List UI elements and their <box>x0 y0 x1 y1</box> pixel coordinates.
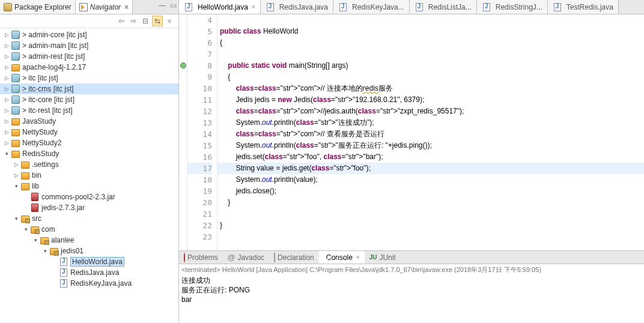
tree-node[interactable]: ▷JavaStudy <box>0 116 178 127</box>
close-icon[interactable]: × <box>252 4 255 10</box>
editor-tab[interactable]: RedisListJa... <box>410 0 477 14</box>
tree-node[interactable]: ▷> admin-main [itc jst] <box>0 40 178 51</box>
run-marker-icon[interactable] <box>180 62 186 68</box>
code-line[interactable] <box>217 208 644 220</box>
expand-closed-icon[interactable]: ▷ <box>2 31 11 39</box>
editor-tab[interactable]: HelloWorld.java× <box>179 0 261 14</box>
code-line[interactable]: jedis.close(); <box>217 186 644 197</box>
expand-closed-icon[interactable]: ▷ <box>2 41 11 50</box>
tree-node[interactable]: RedisJava.java <box>0 267 178 278</box>
collapse-all-button[interactable]: ⊟ <box>140 16 151 26</box>
tree-node[interactable]: commons-pool2-2.3.jar <box>0 192 178 202</box>
expand-none[interactable] <box>50 268 59 277</box>
back-button[interactable]: ⇦ <box>116 16 127 26</box>
tree-label: lib <box>32 182 39 190</box>
code-line[interactable]: } <box>217 220 644 231</box>
code-line[interactable]: String value = jedis.get(class="str">"fo… <box>217 163 644 174</box>
tree-node[interactable]: ▷> itc-core [itc jst] <box>0 94 178 105</box>
code-line[interactable]: public class HelloWorld <box>217 26 644 37</box>
tree-node[interactable]: ▷.settings <box>0 159 178 170</box>
editor-tab[interactable]: RedisJava.java <box>261 0 333 14</box>
editor-tab[interactable]: RedisStringJ... <box>477 0 548 14</box>
bottom-tab-junit[interactable]: JUJUnit <box>365 251 401 264</box>
expand-closed-icon[interactable]: ▷ <box>2 52 11 61</box>
editor-tab[interactable]: TestRedis.java <box>548 0 619 14</box>
code-line[interactable]: System.out.println(class="str">"连接成功"); <box>217 117 644 128</box>
tree-node[interactable]: ▷> admin-core [itc jst] <box>0 29 178 40</box>
expand-closed-icon[interactable]: ▷ <box>2 128 11 136</box>
code-line[interactable]: jedis.set(class="str">"foo", class="str"… <box>217 151 644 163</box>
expand-none[interactable] <box>22 204 30 212</box>
tree-node[interactable]: RedisKeyJava.java <box>0 278 178 289</box>
expand-closed-icon[interactable]: ▷ <box>2 95 11 104</box>
code-line[interactable]: class=class="str">"com">//jedis.auth(cla… <box>217 106 644 117</box>
expand-closed-icon[interactable]: ▷ <box>2 74 11 82</box>
tree-node[interactable]: ▾lib <box>0 181 178 192</box>
expand-closed-icon[interactable]: ▷ <box>12 160 20 169</box>
line-number: 15 <box>187 140 212 151</box>
tree-node[interactable]: ▷> itc [itc jst] <box>0 73 178 83</box>
code-line[interactable]: } <box>217 197 644 208</box>
tree-node[interactable]: ▷bin <box>0 170 178 181</box>
expand-closed-icon[interactable]: ▷ <box>2 85 11 93</box>
editor-tab[interactable]: RedisKeyJava... <box>333 0 410 14</box>
code-line[interactable]: { <box>217 71 644 83</box>
maximize-view-button[interactable]: ▭ <box>168 0 178 11</box>
tree-node[interactable]: ▾com <box>0 224 178 235</box>
expand-none[interactable] <box>50 279 59 288</box>
expand-open-icon[interactable]: ▾ <box>41 247 49 255</box>
link-editor-button[interactable]: ⇆ <box>152 16 163 26</box>
expand-open-icon[interactable]: ▾ <box>22 225 30 234</box>
proj-icon <box>11 84 20 94</box>
tree-node[interactable]: ▷NettyStudy <box>0 127 178 137</box>
code-editor[interactable]: public class HelloWorld{ public static v… <box>217 14 644 250</box>
bottom-tab-declaration[interactable]: Declaration <box>269 251 319 264</box>
code-line[interactable] <box>217 49 644 60</box>
forward-button[interactable]: ⇨ <box>128 16 139 26</box>
tree-node[interactable]: ▾src <box>0 213 178 224</box>
folder-src-icon <box>20 214 30 223</box>
console-content[interactable]: <terminated> HelloWorld [Java Applicatio… <box>179 264 644 323</box>
tree-node[interactable]: ▾RedisStudy <box>0 148 178 159</box>
bottom-tab-console[interactable]: Console× <box>319 251 365 264</box>
close-icon[interactable]: × <box>124 3 129 11</box>
expand-closed-icon[interactable]: ▷ <box>2 117 11 125</box>
bottom-tab-problems[interactable]: Problems <box>179 251 223 264</box>
code-line[interactable]: { <box>217 37 644 49</box>
code-line[interactable]: System.out.println(value); <box>217 174 644 186</box>
expand-closed-icon[interactable]: ▷ <box>2 106 11 115</box>
tree-node[interactable]: HelloWorld.java <box>0 256 178 267</box>
tree-node[interactable]: ▾alanlee <box>0 235 178 246</box>
tree-node[interactable]: ▾jedis01 <box>0 246 178 256</box>
tab-navigator[interactable]: Navigator × <box>76 0 133 14</box>
code-line[interactable]: class=class="str">"com">// 查看服务是否运行 <box>217 128 644 140</box>
code-line[interactable]: class=class="str">"com">// 连接本地的redis服务 <box>217 83 644 94</box>
tree-node[interactable]: ▷> admin-rest [itc jst] <box>0 51 178 62</box>
tab-package-explorer[interactable]: Package Explorer <box>0 0 76 14</box>
code-line[interactable] <box>217 14 644 26</box>
expand-none[interactable] <box>50 258 59 266</box>
minimize-view-button[interactable]: — <box>157 0 168 11</box>
tree-node[interactable]: jedis-2.7.3.jar <box>0 202 178 213</box>
tree-node[interactable]: ▷> itc-cms [itc jst] <box>0 83 178 94</box>
code-line[interactable]: public static void main(String[] args) <box>217 60 644 71</box>
project-tree[interactable]: ▷> admin-core [itc jst]▷> admin-main [it… <box>0 28 178 323</box>
expand-open-icon[interactable]: ▾ <box>12 214 20 223</box>
expand-none[interactable] <box>22 193 30 201</box>
code-line[interactable] <box>217 231 644 243</box>
expand-closed-icon[interactable]: ▷ <box>2 63 11 71</box>
close-icon[interactable]: × <box>356 254 360 261</box>
expand-open-icon[interactable]: ▾ <box>31 236 40 244</box>
expand-closed-icon[interactable]: ▷ <box>12 171 20 180</box>
tree-node[interactable]: ▷apache-log4j-1.2.17 <box>0 62 178 73</box>
tree-label: bin <box>32 171 41 180</box>
view-menu-button[interactable]: ▿ <box>164 16 175 26</box>
tree-node[interactable]: ▷> itc-rest [itc jst] <box>0 105 178 116</box>
tree-node[interactable]: ▷NettyStudy2 <box>0 137 178 148</box>
expand-closed-icon[interactable]: ▷ <box>2 139 11 147</box>
code-line[interactable]: System.out.println(class="str">"服务正在运行: … <box>217 140 644 151</box>
expand-open-icon[interactable]: ▾ <box>2 149 11 158</box>
code-line[interactable]: Jedis jedis = new Jedis(class="str">"192… <box>217 94 644 106</box>
expand-open-icon[interactable]: ▾ <box>12 182 20 190</box>
bottom-tab-javadoc[interactable]: @Javadoc <box>223 251 269 264</box>
